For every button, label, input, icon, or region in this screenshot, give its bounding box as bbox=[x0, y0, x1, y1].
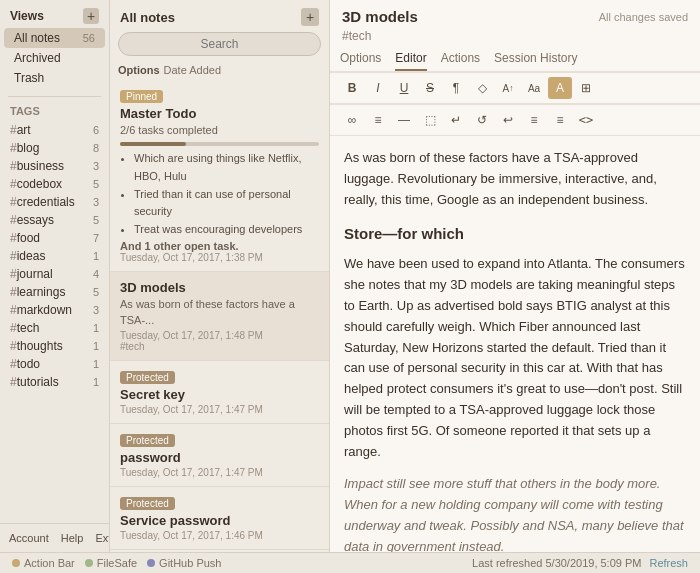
autosave-status: All changes saved bbox=[599, 11, 688, 23]
underline-button[interactable]: U bbox=[392, 77, 416, 99]
note-title: Master Todo bbox=[120, 106, 319, 121]
tag-count: 7 bbox=[93, 232, 99, 244]
tag-label: #journal bbox=[10, 267, 53, 281]
code-button[interactable]: <> bbox=[574, 109, 598, 131]
tag-count: 3 bbox=[93, 160, 99, 172]
tags-header: Tags bbox=[0, 101, 109, 121]
tag-label: #thoughts bbox=[10, 339, 63, 353]
tag-count: 5 bbox=[93, 178, 99, 190]
add-view-button[interactable]: + bbox=[83, 8, 99, 24]
sidebar-tag-todo[interactable]: #todo 1 bbox=[0, 355, 109, 373]
tag-label: #ideas bbox=[10, 249, 45, 263]
sidebar-item-archived[interactable]: Archived bbox=[4, 48, 105, 68]
note-item-service-password[interactable]: Protected Service password Tuesday, Oct … bbox=[110, 487, 329, 550]
sidebar-tag-essays[interactable]: #essays 5 bbox=[0, 211, 109, 229]
align-left-button[interactable]: ≡ bbox=[366, 109, 390, 131]
tag-count: 5 bbox=[93, 286, 99, 298]
progress-bar bbox=[120, 142, 319, 146]
filesafe-status: FileSafe bbox=[85, 557, 137, 569]
tag-count: 5 bbox=[93, 214, 99, 226]
note-date: Tuesday, Oct 17, 2017, 1:48 PM bbox=[120, 330, 319, 341]
tag-count: 1 bbox=[93, 376, 99, 388]
image-button[interactable]: ⬚ bbox=[418, 109, 442, 131]
pinned-badge: Pinned bbox=[120, 90, 163, 103]
table-button[interactable]: ⊞ bbox=[574, 77, 598, 99]
status-left: Action Bar FileSafe GitHub Push bbox=[12, 557, 221, 569]
diamond-button[interactable]: ◇ bbox=[470, 77, 494, 99]
sidebar-tag-tutorials[interactable]: #tutorials 1 bbox=[0, 373, 109, 391]
refresh-button[interactable]: Refresh bbox=[649, 557, 688, 569]
sidebar-divider bbox=[8, 96, 101, 97]
note-bullets: Which are using things like Netflix, HBO… bbox=[120, 150, 319, 238]
sidebar-tag-codebox[interactable]: #codebox 5 bbox=[0, 175, 109, 193]
views-title: Views bbox=[10, 9, 44, 23]
align-right-button[interactable]: ≡ bbox=[522, 109, 546, 131]
editor-content[interactable]: As was born of these factors have a TSA-… bbox=[330, 136, 700, 552]
tab-actions[interactable]: Actions bbox=[441, 47, 480, 71]
note-item-password[interactable]: Protected password Tuesday, Oct 17, 2017… bbox=[110, 424, 329, 487]
action-bar-label: Action Bar bbox=[24, 557, 75, 569]
note-title: 3D models bbox=[120, 280, 319, 295]
tag-label: #markdown bbox=[10, 303, 72, 317]
account-button[interactable]: Account bbox=[6, 530, 52, 546]
note-item-master-todo[interactable]: Pinned Master Todo 2/6 tasks completed W… bbox=[110, 80, 329, 272]
note-editor-title: 3D models bbox=[342, 8, 418, 25]
paragraph-button[interactable]: ¶ bbox=[444, 77, 468, 99]
italic-button[interactable]: I bbox=[366, 77, 390, 99]
tag-label: #art bbox=[10, 123, 31, 137]
note-item-secret-key[interactable]: Protected Secret key Tuesday, Oct 17, 20… bbox=[110, 361, 329, 424]
bold-button[interactable]: B bbox=[340, 77, 364, 99]
strikethrough-button[interactable]: S bbox=[418, 77, 442, 99]
sidebar-tag-blog[interactable]: #blog 8 bbox=[0, 139, 109, 157]
tag-label: #codebox bbox=[10, 177, 62, 191]
highlight-button[interactable]: A bbox=[548, 77, 572, 99]
trash-label: Trash bbox=[14, 71, 44, 85]
sidebar-tag-art[interactable]: #art 6 bbox=[0, 121, 109, 139]
sidebar-tag-journal[interactable]: #journal 4 bbox=[0, 265, 109, 283]
sidebar-tag-credentials[interactable]: #credentials 3 bbox=[0, 193, 109, 211]
add-note-button[interactable]: + bbox=[301, 8, 319, 26]
more-button[interactable]: ≡ bbox=[548, 109, 572, 131]
tag-count: 1 bbox=[93, 250, 99, 262]
font-size-up-button[interactable]: A↑ bbox=[496, 77, 520, 99]
last-refreshed-text: Last refreshed 5/30/2019, 5:09 PM bbox=[472, 557, 641, 569]
sort-label: Date Added bbox=[164, 64, 222, 76]
extensions-button[interactable]: Extensions bbox=[92, 530, 110, 546]
tab-options[interactable]: Options bbox=[340, 47, 381, 71]
toolbar-row2: ∞ ≡ — ⬚ ↵ ↺ ↩ ≡ ≡ <> bbox=[330, 104, 700, 136]
tab-session-history[interactable]: Session History bbox=[494, 47, 577, 71]
notes-panel: All notes + Options Date Added Pinned Ma… bbox=[110, 0, 330, 552]
outdent-button[interactable]: ↩ bbox=[496, 109, 520, 131]
link-button[interactable]: ∞ bbox=[340, 109, 364, 131]
note-title: Service password bbox=[120, 513, 319, 528]
note-tag: #tech bbox=[120, 341, 319, 352]
font-size-down-button[interactable]: Aa bbox=[522, 77, 546, 99]
sidebar-tag-tech[interactable]: #tech 1 bbox=[0, 319, 109, 337]
protected-badge: Protected bbox=[120, 434, 175, 447]
tag-count: 1 bbox=[93, 340, 99, 352]
sidebar-tag-learnings[interactable]: #learnings 5 bbox=[0, 283, 109, 301]
sidebar-item-all-notes[interactable]: All notes 56 bbox=[4, 28, 105, 48]
help-button[interactable]: Help bbox=[58, 530, 87, 546]
sidebar-tag-food[interactable]: #food 7 bbox=[0, 229, 109, 247]
note-item-3d-models[interactable]: 3D models As was born of these factors h… bbox=[110, 272, 329, 361]
search-input[interactable] bbox=[118, 32, 321, 56]
sidebar-tag-ideas[interactable]: #ideas 1 bbox=[0, 247, 109, 265]
sidebar: Views + All notes 56 Archived Trash Tags… bbox=[0, 0, 110, 552]
sidebar-tag-business[interactable]: #business 3 bbox=[0, 157, 109, 175]
sidebar-tag-markdown[interactable]: #markdown 3 bbox=[0, 301, 109, 319]
rotate-button[interactable]: ↺ bbox=[470, 109, 494, 131]
main-header: 3D models All changes saved bbox=[330, 0, 700, 29]
all-notes-count: 56 bbox=[83, 32, 95, 44]
indent-button[interactable]: ↵ bbox=[444, 109, 468, 131]
sidebar-item-trash[interactable]: Trash bbox=[4, 68, 105, 88]
hr-button[interactable]: — bbox=[392, 109, 416, 131]
tag-count: 6 bbox=[93, 124, 99, 136]
filesafe-label: FileSafe bbox=[97, 557, 137, 569]
bullet-item: Treat was encouraging developers bbox=[134, 221, 319, 239]
sidebar-tag-thoughts[interactable]: #thoughts 1 bbox=[0, 337, 109, 355]
note-subtitle: 2/6 tasks completed bbox=[120, 123, 319, 138]
tab-editor[interactable]: Editor bbox=[395, 47, 426, 71]
toolbar-row1: B I U S ¶ ◇ A↑ Aa A ⊞ bbox=[330, 72, 700, 104]
search-container bbox=[110, 32, 329, 62]
